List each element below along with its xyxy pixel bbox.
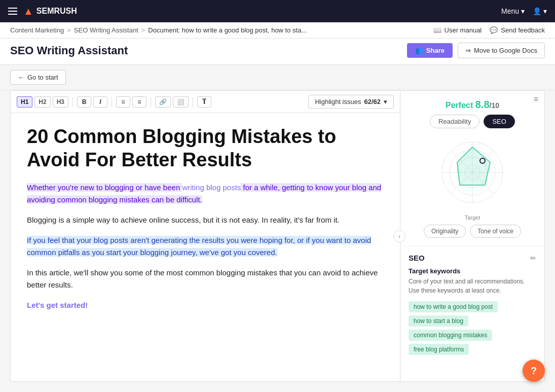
semrush-logo-text: SEMRUSH bbox=[36, 7, 77, 16]
panel-collapse-button[interactable]: ‹ bbox=[393, 230, 405, 242]
breadcrumb: Content Marketing > SEO Writing Assistan… bbox=[10, 26, 307, 34]
share-icon: 👥 bbox=[415, 47, 423, 54]
paragraph-5: Let's get started! bbox=[27, 299, 384, 311]
document-title: 20 Common Blogging Mistakes to Avoid For… bbox=[27, 125, 384, 171]
toolbar-unordered-list[interactable]: ≡ bbox=[132, 96, 146, 108]
highlight-chevron-icon: ▾ bbox=[384, 98, 387, 105]
google-docs-icon: ⇒ bbox=[465, 47, 471, 54]
para1-highlight-start: Whether you're new to blogging or have b… bbox=[27, 183, 182, 192]
panel-menu-button[interactable]: ≡ bbox=[534, 95, 538, 104]
toolbar-h3[interactable]: H3 bbox=[53, 96, 68, 108]
bottom-tabs: Originality Tone of voice bbox=[409, 225, 536, 238]
paragraph-4: In this article, we'll show you some of … bbox=[27, 267, 384, 291]
para1-link[interactable]: writing blog posts bbox=[182, 183, 241, 192]
paragraph-3: If you feel that your blog posts aren't … bbox=[27, 234, 384, 259]
toolbar-separator-2 bbox=[112, 97, 112, 107]
paragraph-1: Whether you're new to blogging or have b… bbox=[27, 182, 384, 206]
editor-content[interactable]: 20 Common Blogging Mistakes to Avoid For… bbox=[11, 113, 400, 381]
page-title: SEO Writing Assistant bbox=[10, 44, 128, 57]
feedback-icon: 💬 bbox=[490, 26, 498, 34]
help-button[interactable]: ? bbox=[523, 360, 545, 382]
radar-chart bbox=[434, 134, 510, 210]
nav-left: ▲ SEMRUSH bbox=[8, 6, 77, 17]
toolbar-h2[interactable]: H2 bbox=[34, 96, 50, 108]
toolbar-clear[interactable]: T̅ bbox=[197, 96, 211, 108]
para3-highlight: If you feel that your blog posts aren't … bbox=[27, 236, 371, 257]
toolbar-h1[interactable]: H1 bbox=[17, 96, 32, 108]
menu-dots-icon: ≡ bbox=[534, 95, 538, 103]
keyword-tag-3[interactable]: free blog platforms bbox=[409, 344, 469, 355]
goto-start-button[interactable]: ← Go to start bbox=[10, 70, 66, 85]
seo-section-header: SEO ✏ bbox=[409, 254, 536, 262]
toolbar-link[interactable]: 🔗 bbox=[155, 96, 171, 108]
chevron-left-icon: ‹ bbox=[398, 233, 400, 239]
breadcrumb-sep-1: > bbox=[67, 26, 71, 34]
breadcrumb-seo-writing[interactable]: SEO Writing Assistant bbox=[74, 26, 138, 34]
hamburger-menu[interactable] bbox=[8, 8, 17, 15]
originality-tab[interactable]: Originality bbox=[424, 225, 466, 238]
score-number: 8.8 bbox=[475, 99, 490, 110]
edit-icon[interactable]: ✏ bbox=[530, 254, 536, 262]
sub-header: Content Marketing > SEO Writing Assistan… bbox=[0, 22, 555, 39]
keyword-tag-2[interactable]: common blogging mistakes bbox=[409, 330, 492, 341]
semrush-logo: ▲ SEMRUSH bbox=[23, 6, 77, 17]
toolbar-italic[interactable]: I bbox=[93, 96, 107, 108]
top-nav: ▲ SEMRUSH Menu ▾ 👤 ▾ bbox=[0, 0, 555, 22]
editor-wrapper: H1 H2 H3 B I ≡ ≡ 🔗 ⬜ T̅ bbox=[10, 90, 400, 382]
toolbar-ordered-list[interactable]: ≡ bbox=[116, 96, 130, 108]
semrush-logo-icon: ▲ bbox=[23, 6, 33, 17]
seo-section: SEO ✏ Target keywords Core of your text … bbox=[400, 246, 544, 362]
keyword-tag-1[interactable]: how to start a blog bbox=[409, 315, 468, 327]
app-container: ▲ SEMRUSH Menu ▾ 👤 ▾ Content Marketing >… bbox=[0, 0, 555, 392]
readability-tab[interactable]: Readability bbox=[430, 115, 479, 128]
seo-tab[interactable]: SEO bbox=[484, 115, 514, 128]
target-label: Target bbox=[465, 215, 480, 221]
toolbar-separator-1 bbox=[72, 97, 73, 107]
toolbar-left: H1 H2 H3 B I ≡ ≡ 🔗 ⬜ T̅ bbox=[17, 96, 211, 108]
send-feedback-button[interactable]: 💬 Send feedback bbox=[490, 26, 545, 34]
score-section: Perfect 8.8/10 Readability SEO bbox=[400, 91, 544, 246]
highlight-issues-button[interactable]: Highlight issues 62/62 ▾ bbox=[308, 95, 394, 109]
score-tabs: Readability SEO bbox=[409, 115, 536, 128]
toolbar-separator-3 bbox=[151, 97, 151, 107]
svg-marker-8 bbox=[457, 147, 490, 185]
paragraph-2: Blogging is a simple way to achieve onli… bbox=[27, 214, 384, 226]
book-icon: 📖 bbox=[433, 26, 441, 34]
toolbar-separator-4 bbox=[193, 97, 193, 107]
target-keywords-desc: Core of your text and all recommendation… bbox=[409, 277, 536, 295]
keyword-tag-0[interactable]: how to write a good blog post bbox=[409, 301, 498, 312]
seo-section-title: SEO bbox=[409, 254, 425, 262]
breadcrumb-content-marketing[interactable]: Content Marketing bbox=[10, 26, 64, 34]
tone-of-voice-tab[interactable]: Tone of voice bbox=[470, 225, 521, 238]
right-panel: ‹ ≡ Perfect 8.8/10 Readability SEO bbox=[400, 90, 545, 382]
menu-button[interactable]: Menu ▾ bbox=[501, 7, 525, 15]
google-docs-button[interactable]: ⇒ Move to Google Docs bbox=[458, 43, 545, 58]
user-manual-button[interactable]: 📖 User manual bbox=[433, 26, 482, 34]
share-button[interactable]: 👥 Share bbox=[407, 43, 453, 58]
nav-right: Menu ▾ 👤 ▾ bbox=[501, 7, 547, 15]
toolbar-image[interactable]: ⬜ bbox=[173, 96, 189, 108]
page-header-actions: 👥 Share ⇒ Move to Google Docs bbox=[407, 43, 545, 58]
target-keywords-label: Target keywords bbox=[409, 267, 536, 275]
editor-toolbar: H1 H2 H3 B I ≡ ≡ 🔗 ⬜ T̅ bbox=[11, 91, 400, 113]
sub-header-actions: 📖 User manual 💬 Send feedback bbox=[433, 26, 545, 34]
keyword-tags: how to write a good blog post how to sta… bbox=[409, 301, 536, 355]
page-header: SEO Writing Assistant 👥 Share ⇒ Move to … bbox=[0, 39, 555, 65]
main-content: H1 H2 H3 B I ≡ ≡ 🔗 ⬜ T̅ bbox=[0, 90, 555, 392]
user-button[interactable]: 👤 ▾ bbox=[533, 7, 547, 15]
para5-link[interactable]: Let's get started! bbox=[27, 301, 88, 309]
breadcrumb-sep-2: > bbox=[141, 26, 145, 34]
toolbar-bold[interactable]: B bbox=[77, 96, 91, 108]
breadcrumb-document: Document: how to write a good blog post,… bbox=[148, 26, 307, 34]
arrow-left-icon: ← bbox=[18, 74, 24, 81]
toolbar-right: Highlight issues 62/62 ▾ bbox=[308, 95, 394, 109]
score-label: Perfect 8.8/10 bbox=[446, 99, 499, 111]
goto-bar: ← Go to start bbox=[0, 65, 555, 90]
